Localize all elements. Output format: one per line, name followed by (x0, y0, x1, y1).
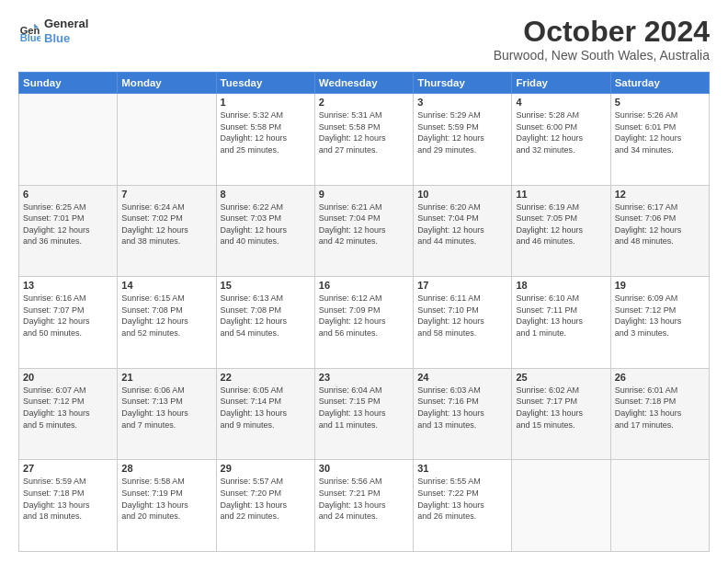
day-detail: Sunrise: 6:19 AM Sunset: 7:05 PM Dayligh… (516, 201, 606, 247)
calendar-week-row: 1Sunrise: 5:32 AM Sunset: 5:58 PM Daylig… (19, 94, 710, 186)
logo-line2: Blue (44, 31, 88, 46)
day-detail: Sunrise: 6:10 AM Sunset: 7:11 PM Dayligh… (516, 293, 606, 339)
calendar-cell: 30Sunrise: 5:56 AM Sunset: 7:21 PM Dayli… (314, 460, 413, 552)
calendar-cell: 3Sunrise: 5:29 AM Sunset: 5:59 PM Daylig… (414, 94, 512, 186)
day-detail: Sunrise: 6:09 AM Sunset: 7:12 PM Dayligh… (615, 293, 705, 339)
day-detail: Sunrise: 5:29 AM Sunset: 5:59 PM Dayligh… (417, 109, 507, 155)
calendar-cell: 5Sunrise: 5:26 AM Sunset: 6:01 PM Daylig… (610, 94, 709, 186)
day-number: 26 (615, 372, 705, 383)
day-detail: Sunrise: 5:31 AM Sunset: 5:58 PM Dayligh… (319, 109, 409, 155)
calendar-cell: 17Sunrise: 6:11 AM Sunset: 7:10 PM Dayli… (414, 277, 512, 369)
day-header-thursday: Thursday (414, 73, 512, 94)
calendar-cell (118, 94, 216, 186)
day-number: 22 (221, 372, 311, 383)
day-detail: Sunrise: 5:26 AM Sunset: 6:01 PM Dayligh… (615, 109, 705, 155)
day-detail: Sunrise: 5:28 AM Sunset: 6:00 PM Dayligh… (516, 109, 606, 155)
calendar-cell (610, 460, 709, 552)
logo-line1: General (44, 17, 88, 31)
calendar-cell: 18Sunrise: 6:10 AM Sunset: 7:11 PM Dayli… (512, 277, 610, 369)
calendar-cell: 20Sunrise: 6:07 AM Sunset: 7:12 PM Dayli… (19, 368, 118, 460)
day-number: 24 (417, 372, 507, 383)
day-header-tuesday: Tuesday (216, 73, 314, 94)
calendar-cell: 9Sunrise: 6:21 AM Sunset: 7:04 PM Daylig… (314, 185, 413, 277)
day-detail: Sunrise: 6:07 AM Sunset: 7:12 PM Dayligh… (23, 385, 113, 431)
day-number: 9 (319, 189, 409, 200)
day-number: 19 (615, 280, 705, 291)
day-detail: Sunrise: 5:32 AM Sunset: 5:58 PM Dayligh… (221, 109, 311, 155)
day-number: 20 (23, 372, 113, 383)
calendar-cell: 23Sunrise: 6:04 AM Sunset: 7:15 PM Dayli… (314, 368, 413, 460)
calendar-cell: 7Sunrise: 6:24 AM Sunset: 7:02 PM Daylig… (118, 185, 216, 277)
day-detail: Sunrise: 6:20 AM Sunset: 7:04 PM Dayligh… (417, 201, 507, 247)
day-number: 1 (221, 97, 311, 108)
day-number: 17 (417, 280, 507, 291)
day-number: 29 (221, 463, 311, 474)
day-number: 12 (615, 189, 705, 200)
calendar-cell: 28Sunrise: 5:58 AM Sunset: 7:19 PM Dayli… (118, 460, 216, 552)
calendar-cell: 26Sunrise: 6:01 AM Sunset: 7:18 PM Dayli… (610, 368, 709, 460)
calendar-cell: 19Sunrise: 6:09 AM Sunset: 7:12 PM Dayli… (610, 277, 709, 369)
day-number: 8 (221, 189, 311, 200)
day-detail: Sunrise: 6:01 AM Sunset: 7:18 PM Dayligh… (615, 385, 705, 431)
calendar-cell: 21Sunrise: 6:06 AM Sunset: 7:13 PM Dayli… (118, 368, 216, 460)
day-detail: Sunrise: 6:06 AM Sunset: 7:13 PM Dayligh… (121, 385, 211, 431)
day-header-friday: Friday (512, 73, 610, 94)
day-detail: Sunrise: 6:03 AM Sunset: 7:16 PM Dayligh… (417, 385, 507, 431)
calendar-cell: 12Sunrise: 6:17 AM Sunset: 7:06 PM Dayli… (610, 185, 709, 277)
logo-icon: Gen Blue (18, 20, 40, 42)
day-number: 11 (516, 189, 606, 200)
day-number: 28 (121, 463, 211, 474)
day-number: 10 (417, 189, 507, 200)
page-subtitle: Burwood, New South Wales, Australia (494, 48, 710, 63)
day-detail: Sunrise: 6:16 AM Sunset: 7:07 PM Dayligh… (23, 293, 113, 339)
day-detail: Sunrise: 5:57 AM Sunset: 7:20 PM Dayligh… (221, 476, 311, 522)
calendar-cell: 16Sunrise: 6:12 AM Sunset: 7:09 PM Dayli… (314, 277, 413, 369)
day-header-monday: Monday (118, 73, 216, 94)
day-header-saturday: Saturday (610, 73, 709, 94)
header: Gen Blue General Blue October 2024 Burwo… (18, 17, 710, 63)
day-detail: Sunrise: 5:55 AM Sunset: 7:22 PM Dayligh… (417, 476, 507, 522)
day-number: 31 (417, 463, 507, 474)
calendar-cell: 29Sunrise: 5:57 AM Sunset: 7:20 PM Dayli… (216, 460, 314, 552)
calendar-week-row: 27Sunrise: 5:59 AM Sunset: 7:18 PM Dayli… (19, 460, 710, 552)
calendar-cell: 15Sunrise: 6:13 AM Sunset: 7:08 PM Dayli… (216, 277, 314, 369)
calendar-cell: 31Sunrise: 5:55 AM Sunset: 7:22 PM Dayli… (414, 460, 512, 552)
calendar-cell (19, 94, 118, 186)
day-number: 5 (615, 97, 705, 108)
calendar-cell: 8Sunrise: 6:22 AM Sunset: 7:03 PM Daylig… (216, 185, 314, 277)
day-number: 21 (121, 372, 211, 383)
calendar-cell: 10Sunrise: 6:20 AM Sunset: 7:04 PM Dayli… (414, 185, 512, 277)
day-number: 25 (516, 372, 606, 383)
day-detail: Sunrise: 6:02 AM Sunset: 7:17 PM Dayligh… (516, 385, 606, 431)
logo-text: General Blue (44, 17, 88, 45)
calendar-week-row: 20Sunrise: 6:07 AM Sunset: 7:12 PM Dayli… (19, 368, 710, 460)
day-detail: Sunrise: 6:05 AM Sunset: 7:14 PM Dayligh… (221, 385, 311, 431)
page-title: October 2024 (494, 17, 710, 46)
day-detail: Sunrise: 6:24 AM Sunset: 7:02 PM Dayligh… (121, 201, 211, 247)
svg-text:Blue: Blue (20, 32, 40, 42)
day-detail: Sunrise: 5:59 AM Sunset: 7:18 PM Dayligh… (23, 476, 113, 522)
calendar-cell: 1Sunrise: 5:32 AM Sunset: 5:58 PM Daylig… (216, 94, 314, 186)
day-number: 6 (23, 189, 113, 200)
day-number: 2 (319, 97, 409, 108)
day-number: 18 (516, 280, 606, 291)
calendar-week-row: 13Sunrise: 6:16 AM Sunset: 7:07 PM Dayli… (19, 277, 710, 369)
day-number: 30 (319, 463, 409, 474)
calendar-cell: 6Sunrise: 6:25 AM Sunset: 7:01 PM Daylig… (19, 185, 118, 277)
calendar-cell: 2Sunrise: 5:31 AM Sunset: 5:58 PM Daylig… (314, 94, 413, 186)
calendar-cell: 4Sunrise: 5:28 AM Sunset: 6:00 PM Daylig… (512, 94, 610, 186)
day-detail: Sunrise: 6:04 AM Sunset: 7:15 PM Dayligh… (319, 385, 409, 431)
calendar-cell: 25Sunrise: 6:02 AM Sunset: 7:17 PM Dayli… (512, 368, 610, 460)
day-header-sunday: Sunday (19, 73, 118, 94)
calendar-cell: 22Sunrise: 6:05 AM Sunset: 7:14 PM Dayli… (216, 368, 314, 460)
day-number: 3 (417, 97, 507, 108)
day-detail: Sunrise: 5:58 AM Sunset: 7:19 PM Dayligh… (121, 476, 211, 522)
day-detail: Sunrise: 6:15 AM Sunset: 7:08 PM Dayligh… (121, 293, 211, 339)
calendar-cell: 13Sunrise: 6:16 AM Sunset: 7:07 PM Dayli… (19, 277, 118, 369)
calendar-week-row: 6Sunrise: 6:25 AM Sunset: 7:01 PM Daylig… (19, 185, 710, 277)
day-detail: Sunrise: 6:21 AM Sunset: 7:04 PM Dayligh… (319, 201, 409, 247)
day-detail: Sunrise: 6:12 AM Sunset: 7:09 PM Dayligh… (319, 293, 409, 339)
day-number: 14 (121, 280, 211, 291)
title-block: October 2024 Burwood, New South Wales, A… (494, 17, 710, 63)
day-number: 16 (319, 280, 409, 291)
